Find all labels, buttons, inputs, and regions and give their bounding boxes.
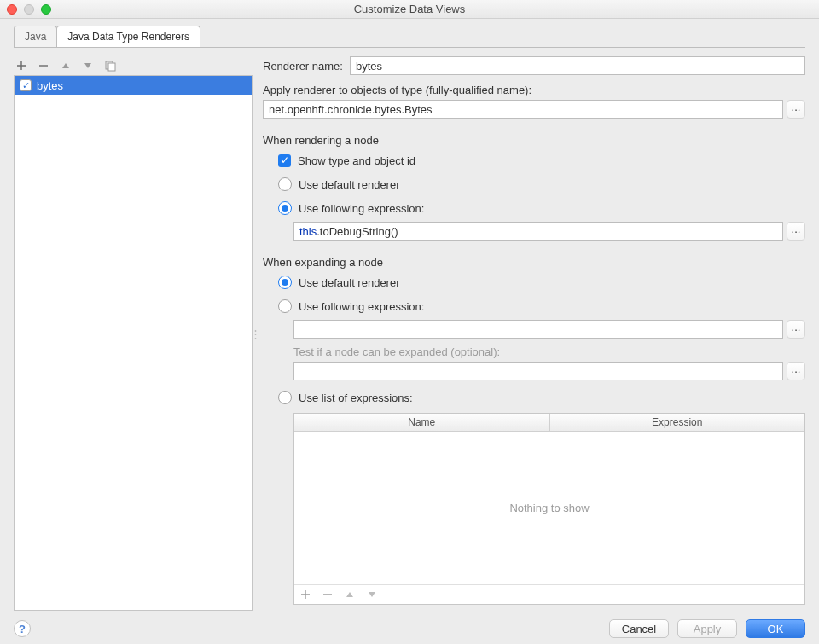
copy-icon[interactable] (104, 60, 116, 72)
render-expression-browse-button[interactable]: ... (787, 222, 805, 241)
table-add-icon[interactable] (299, 589, 311, 600)
expand-expression-radio[interactable] (278, 299, 292, 313)
render-expression-label: Use following expression: (299, 202, 424, 215)
move-up-icon[interactable] (60, 60, 72, 72)
remove-icon[interactable] (38, 60, 49, 72)
type-fqn-input[interactable] (263, 100, 783, 119)
apply-type-label: Apply renderer to objects of type (fully… (263, 84, 531, 96)
tab-java[interactable]: Java (14, 26, 57, 47)
test-expand-browse-button[interactable]: ... (787, 362, 805, 380)
expanding-node-header: When expanding a node (263, 256, 805, 269)
tabs: Java Java Data Type Renderers (0, 19, 819, 47)
table-move-down-icon[interactable] (366, 589, 378, 600)
table-remove-icon[interactable] (322, 589, 334, 600)
browse-type-button[interactable]: ... (787, 100, 805, 119)
table-toolbar (294, 584, 804, 604)
rendering-node-header: When rendering a node (263, 134, 805, 147)
renderer-name-input[interactable] (350, 56, 805, 75)
table-move-up-icon[interactable] (344, 589, 356, 600)
render-default-radio[interactable] (278, 177, 292, 191)
expand-default-radio[interactable] (278, 276, 292, 289)
tab-java-type-renderers[interactable]: Java Data Type Renderers (56, 26, 200, 47)
test-expand-input[interactable] (293, 362, 783, 380)
show-type-checkbox[interactable]: ✓ (278, 154, 291, 167)
col-expression[interactable]: Expression (550, 414, 805, 431)
window-title: Customize Data Views (0, 3, 819, 15)
render-expression-radio[interactable] (278, 201, 292, 215)
expand-default-label: Use default renderer (299, 276, 400, 289)
renderer-list[interactable]: ✓ bytes (14, 75, 253, 611)
use-list-radio[interactable] (278, 391, 292, 404)
use-list-label: Use list of expressions: (299, 392, 413, 404)
add-icon[interactable] (15, 60, 27, 72)
expand-expression-label: Use following expression: (299, 300, 424, 313)
cancel-button[interactable]: Cancel (609, 619, 669, 638)
col-name[interactable]: Name (294, 414, 550, 431)
move-down-icon[interactable] (82, 60, 94, 72)
details-pane: Renderer name: Apply renderer to objects… (258, 56, 805, 611)
table-empty-text: Nothing to show (294, 432, 804, 584)
ok-button[interactable]: OK (746, 619, 805, 638)
list-item-checkbox[interactable]: ✓ (20, 79, 32, 91)
expand-expression-input[interactable] (293, 320, 783, 339)
show-type-label: Show type and object id (298, 154, 415, 167)
dialog-buttons: ? Cancel Apply OK (0, 611, 819, 644)
list-item[interactable]: ✓ bytes (15, 76, 252, 95)
svg-rect-1 (108, 63, 115, 71)
list-item-label: bytes (37, 79, 63, 92)
apply-button[interactable]: Apply (677, 619, 737, 638)
main: ✓ bytes ⋮ Renderer name: Apply renderer … (0, 48, 819, 611)
test-expand-label: Test if a node can be expanded (optional… (263, 345, 805, 358)
renderer-list-pane: ✓ bytes (14, 56, 253, 611)
renderer-name-label: Renderer name: (263, 60, 343, 73)
help-icon[interactable]: ? (14, 620, 31, 637)
list-toolbar (14, 56, 253, 75)
render-default-label: Use default renderer (299, 178, 400, 191)
titlebar: Customize Data Views (0, 0, 819, 19)
expression-table: Name Expression Nothing to show (293, 413, 805, 605)
expand-expression-browse-button[interactable]: ... (787, 320, 805, 339)
render-expression-input[interactable]: this.toDebugString() (293, 222, 783, 241)
